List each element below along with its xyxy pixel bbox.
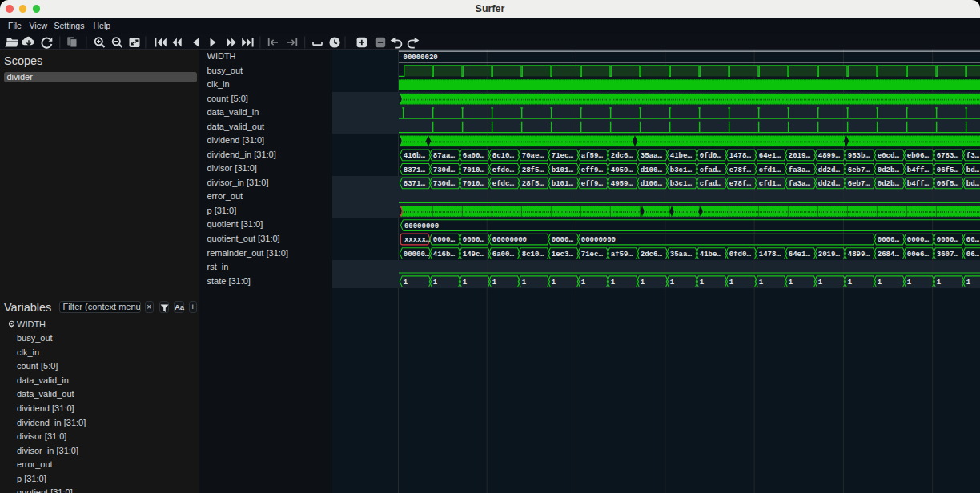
svg-text:730d…: 730d… [433,166,456,174]
svg-text:0000…: 0000… [878,236,900,244]
svg-text:4959…: 4959… [611,166,633,174]
svg-text:xxxxx…: xxxxx… [404,236,431,244]
svg-text:41be…: 41be… [670,152,693,160]
svg-text:6eb7…: 6eb7… [848,180,870,188]
svg-text:eb06…: eb06… [907,152,930,160]
svg-text:64e1…: 64e1… [759,152,781,160]
svg-text:1: 1 [433,279,438,287]
svg-text:0fd0…: 0fd0… [700,152,722,160]
svg-text:28f5…: 28f5… [522,166,544,174]
svg-text:fa3a…: fa3a… [789,166,811,174]
svg-text:00000000: 00000000 [581,236,616,244]
svg-text:cfad…: cfad… [700,180,722,188]
svg-text:00000…: 00000… [404,251,430,259]
svg-text:af59…: af59… [611,251,633,259]
svg-text:cfd1…: cfd1… [759,180,781,188]
svg-text:eff9…: eff9… [581,166,604,174]
svg-text:cfad…: cfad… [700,166,722,174]
svg-text:bd…: bd… [966,166,980,174]
svg-text:1: 1 [966,279,971,287]
svg-text:416b…: 416b… [404,152,426,160]
svg-text:1ec3…: 1ec3… [552,251,574,259]
svg-text:00…: 00… [966,236,980,244]
svg-text:2dc6…: 2dc6… [641,251,663,259]
svg-text:2684…: 2684… [878,251,900,259]
svg-text:b4ff…: b4ff… [907,180,930,188]
svg-text:fa3a…: fa3a… [789,180,811,188]
svg-text:6a00…: 6a00… [463,152,485,160]
svg-text:0000…: 0000… [463,236,485,244]
svg-text:e0cd…: e0cd… [878,152,900,160]
svg-text:41be…: 41be… [700,251,722,259]
svg-text:1: 1 [670,279,675,287]
svg-text:cfd1…: cfd1… [759,166,781,174]
svg-text:2019…: 2019… [818,251,841,259]
svg-text:64e1…: 64e1… [789,251,811,259]
svg-text:af59…: af59… [581,152,604,160]
svg-text:b101…: b101… [552,180,574,188]
svg-text:1478…: 1478… [729,152,752,160]
svg-text:8371…: 8371… [404,166,426,174]
svg-text:1: 1 [818,279,823,287]
svg-text:efdc…: efdc… [492,180,515,188]
svg-text:eff9…: eff9… [581,180,604,188]
svg-text:149c…: 149c… [463,251,485,259]
svg-text:00000020: 00000020 [404,54,438,62]
svg-text:6eb7…: 6eb7… [848,166,870,174]
svg-text:1: 1 [641,279,645,287]
svg-text:0d2b…: 0d2b… [878,180,900,188]
svg-text:06…: 06… [966,251,980,259]
svg-text:00000000: 00000000 [492,236,527,244]
svg-text:b4ff…: b4ff… [907,166,930,174]
svg-text:6783…: 6783… [937,152,959,160]
svg-text:1: 1 [937,279,942,287]
svg-text:8c10…: 8c10… [492,152,515,160]
svg-text:dd2d…: dd2d… [818,166,841,174]
svg-text:730d…: 730d… [433,180,456,188]
svg-text:d100…: d100… [641,180,663,188]
svg-text:71ec…: 71ec… [552,152,574,160]
svg-text:1: 1 [611,279,616,287]
svg-text:2dc6…: 2dc6… [611,152,633,160]
svg-text:1: 1 [581,279,586,287]
svg-text:8c10…: 8c10… [522,251,544,259]
svg-text:0000…: 0000… [937,236,959,244]
svg-text:dd2d…: dd2d… [818,180,841,188]
svg-text:0000…: 0000… [433,236,456,244]
svg-text:1478…: 1478… [759,251,781,259]
svg-text:71ec…: 71ec… [581,251,604,259]
svg-text:1: 1 [759,279,764,287]
svg-text:e78f…: e78f… [729,166,752,174]
svg-text:e78f…: e78f… [729,180,752,188]
svg-text:8371…: 8371… [404,180,426,188]
svg-text:4959…: 4959… [611,180,633,188]
svg-text:416b…: 416b… [433,251,456,259]
svg-text:1: 1 [552,279,556,287]
svg-text:4899…: 4899… [818,152,841,160]
svg-text:00e6…: 00e6… [907,251,930,259]
svg-text:87aa…: 87aa… [433,152,456,160]
svg-text:7010…: 7010… [463,166,485,174]
svg-text:35aa…: 35aa… [670,251,693,259]
svg-text:1: 1 [848,279,853,287]
svg-text:06f5…: 06f5… [937,166,959,174]
svg-text:f3…: f3… [966,152,980,160]
svg-text:b101…: b101… [552,166,574,174]
svg-text:7010…: 7010… [463,180,485,188]
svg-text:0d2b…: 0d2b… [878,166,900,174]
svg-text:0fd0…: 0fd0… [729,251,752,259]
svg-text:b3c1…: b3c1… [670,180,693,188]
svg-text:3607…: 3607… [937,251,959,259]
svg-text:bd…: bd… [966,180,980,188]
svg-text:35aa…: 35aa… [641,152,663,160]
svg-text:2019…: 2019… [789,152,811,160]
svg-text:1: 1 [700,279,705,287]
svg-text:1: 1 [404,279,408,287]
svg-text:1: 1 [789,279,793,287]
svg-text:70ae…: 70ae… [522,152,544,160]
svg-text:28f5…: 28f5… [522,180,544,188]
svg-text:0000…: 0000… [907,236,930,244]
svg-text:1: 1 [878,279,882,287]
svg-text:06f5…: 06f5… [937,180,959,188]
svg-text:1: 1 [729,279,734,287]
